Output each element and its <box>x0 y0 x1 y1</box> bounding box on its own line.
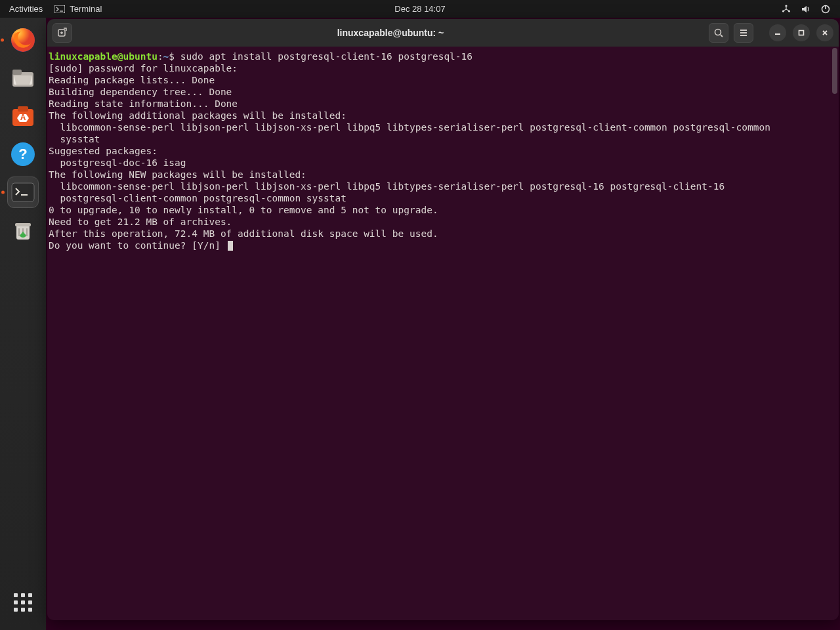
network-icon[interactable] <box>781 4 791 14</box>
out-line: Suggested packages: <box>49 146 158 156</box>
out-line: After this operation, 72.4 MB of additio… <box>49 228 438 239</box>
dock-files[interactable] <box>7 62 39 94</box>
prompt-colon: : <box>158 51 163 62</box>
svg-rect-10 <box>18 106 28 112</box>
show-applications-button[interactable] <box>7 587 39 618</box>
out-line: 0 to upgrade, 10 to newly install, 0 to … <box>49 205 438 215</box>
hamburger-menu-button[interactable] <box>734 23 753 43</box>
active-app-menu[interactable]: Terminal <box>54 4 102 14</box>
dock-software[interactable]: A <box>7 100 39 132</box>
out-line: libcommon-sense-perl libjson-perl libjso… <box>49 181 724 192</box>
dock-firefox[interactable] <box>7 24 39 56</box>
active-app-label: Terminal <box>70 4 102 14</box>
prompt-symbol: $ <box>169 51 175 62</box>
svg-rect-19 <box>799 31 804 35</box>
svg-rect-14 <box>12 183 34 201</box>
power-icon[interactable] <box>820 4 831 14</box>
out-line: sysstat <box>49 134 100 144</box>
svg-rect-0 <box>54 5 65 13</box>
dock-help[interactable]: ? <box>7 138 39 170</box>
dock-trash[interactable] <box>7 215 39 246</box>
out-line: Need to get 21.2 MB of archives. <box>49 217 232 227</box>
svg-point-18 <box>715 30 721 35</box>
svg-point-1 <box>785 5 787 7</box>
svg-text:A: A <box>20 113 26 122</box>
window-maximize-button[interactable] <box>793 24 810 41</box>
terminal-cursor <box>228 241 233 251</box>
window-close-button[interactable] <box>816 24 833 41</box>
svg-text:?: ? <box>18 146 27 162</box>
out-line: The following additional packages will b… <box>49 110 346 121</box>
terminal-app-icon <box>54 4 65 14</box>
new-tab-button[interactable] <box>52 23 72 43</box>
terminal-output-area[interactable]: linuxcapable@ubuntu:~$ sudo apt install … <box>47 47 839 620</box>
command-text: sudo apt install postgresql-client-16 po… <box>180 51 472 62</box>
activities-button[interactable]: Activities <box>9 4 43 14</box>
volume-icon[interactable] <box>801 4 811 14</box>
window-minimize-button[interactable] <box>769 24 786 41</box>
out-line: [sudo] password for linuxcapable: <box>49 63 238 74</box>
out-line: Building dependency tree... Done <box>49 87 232 97</box>
svg-rect-16 <box>15 223 31 226</box>
search-button[interactable] <box>709 23 728 43</box>
svg-rect-7 <box>12 70 22 75</box>
terminal-scrollbar[interactable] <box>831 47 839 620</box>
out-line: postgresql-client-common postgresql-comm… <box>49 193 346 203</box>
out-line: libcommon-sense-perl libjson-perl libjso… <box>49 122 770 133</box>
out-line: Reading state information... Done <box>49 98 238 109</box>
gnome-top-bar: Activities Terminal Dec 28 14:07 <box>0 0 840 18</box>
dock-terminal[interactable] <box>7 177 39 208</box>
out-line: postgresql-doc-16 isag <box>49 158 186 168</box>
window-titlebar: linuxcapable@ubuntu: ~ <box>47 19 839 47</box>
terminal-window: linuxcapable@ubuntu: ~ linuxcapable@ubun… <box>47 19 839 620</box>
out-line: Reading package lists... Done <box>49 75 215 85</box>
window-title: linuxcapable@ubuntu: ~ <box>77 28 704 38</box>
out-line: Do you want to continue? [Y/n] <box>49 240 226 251</box>
out-line: The following NEW packages will be insta… <box>49 169 306 180</box>
clock[interactable]: Dec 28 14:07 <box>394 4 445 14</box>
ubuntu-dock: A ? <box>0 18 46 630</box>
scrollbar-thumb[interactable] <box>832 48 837 94</box>
prompt-user-host: linuxcapable@ubuntu <box>49 51 158 62</box>
